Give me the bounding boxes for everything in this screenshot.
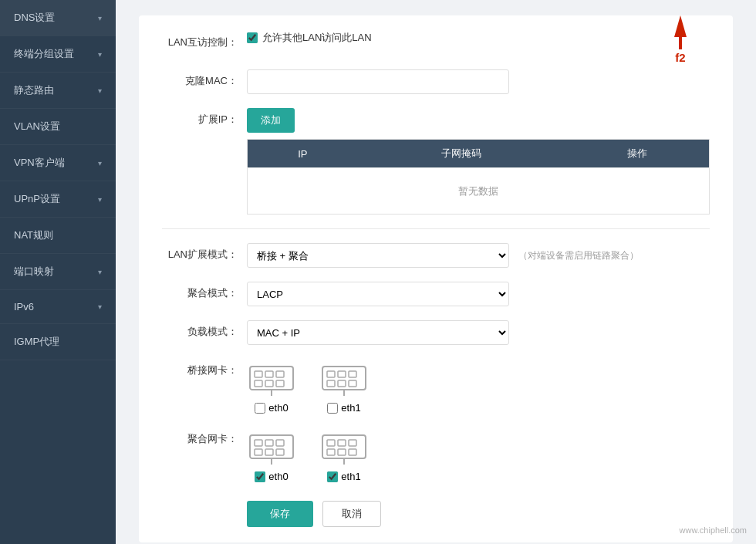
sidebar-item-label: VPN客户端: [14, 156, 65, 170]
chevron-down-icon: ▾: [98, 268, 102, 276]
bridge-nic-eth0-checkbox[interactable]: [255, 403, 265, 414]
bridge-nic-item-eth0: eth0: [247, 359, 296, 414]
ip-table: IP 子网掩码 操作 暂无数据: [247, 139, 710, 215]
section-divider: [162, 228, 710, 229]
svg-rect-26: [338, 440, 346, 446]
svg-rect-29: [338, 449, 346, 455]
annotation: f2: [674, 15, 687, 64]
arrow-shaft: [679, 37, 682, 49]
chevron-down-icon: ▾: [98, 159, 102, 167]
aggregate-nic-eth1-checkbox-row: eth1: [327, 471, 360, 482]
chevron-down-icon: ▾: [98, 86, 102, 95]
sidebar-item-label: IGMP代理: [14, 335, 59, 349]
sidebar-item-dns[interactable]: DNS设置 ▾: [0, 0, 116, 36]
clone-mac-label: 克隆MAC：: [162, 69, 247, 88]
chevron-down-icon: ▾: [98, 195, 102, 204]
sidebar-item-port-mapping[interactable]: 端口映射 ▾: [0, 254, 116, 290]
svg-rect-14: [349, 380, 356, 387]
svg-rect-27: [349, 440, 356, 446]
lan-expand-mode-label: LAN扩展模式：: [162, 243, 247, 262]
sidebar-item-label: DNS设置: [14, 11, 55, 25]
sidebar-item-vpn[interactable]: VPN客户端 ▾: [0, 145, 116, 181]
arrow-up-icon: [674, 15, 687, 37]
bridge-nic-eth0-checkbox-row: eth0: [255, 402, 288, 414]
button-row: 保存 取消: [247, 501, 710, 527]
svg-rect-12: [327, 380, 335, 387]
network-card-icon: [319, 427, 369, 466]
aggregate-mode-select[interactable]: LACP: [247, 282, 509, 306]
svg-rect-1: [255, 371, 262, 377]
svg-rect-30: [349, 449, 356, 455]
chevron-down-icon: ▾: [98, 302, 102, 311]
sidebar: DNS设置 ▾ 终端分组设置 ▾ 静态路由 ▾ VLAN设置 VPN客户端 ▾ …: [0, 0, 116, 544]
bridge-nic-label: 桥接网卡：: [162, 359, 247, 377]
sidebar-item-terminal-group[interactable]: 终端分组设置 ▾: [0, 36, 116, 73]
lan-access-row: LAN互访控制： 允许其他LAN访问此LAN: [162, 31, 710, 56]
watermark: www.chiphell.com: [680, 525, 747, 535]
bridge-nic-control: eth0: [247, 359, 710, 414]
aggregate-nic-control: eth0: [247, 427, 710, 482]
aggregate-mode-control: LACP: [247, 282, 710, 306]
sidebar-item-label: 端口映射: [14, 265, 54, 279]
clone-mac-input[interactable]: [247, 69, 509, 94]
aggregate-nic-eth0-label: eth0: [268, 471, 288, 482]
lan-access-label: LAN互访控制：: [162, 31, 247, 49]
sidebar-item-vlan[interactable]: VLAN设置: [0, 109, 116, 145]
svg-rect-20: [255, 449, 262, 455]
aggregate-nic-eth1-checkbox[interactable]: [327, 471, 338, 482]
lan-expand-hint: （对端设备需启用链路聚合）: [518, 249, 639, 262]
aggregate-mode-row: 聚合模式： LACP: [162, 282, 710, 306]
sidebar-item-label: NAT规则: [14, 228, 53, 242]
network-card-icon: [247, 359, 296, 397]
lan-expand-mode-control: 桥接 + 聚合 （对端设备需启用链路聚合）: [247, 243, 710, 268]
bridge-nic-row: 桥接网卡：: [162, 359, 710, 414]
bridge-nic-eth1-checkbox[interactable]: [327, 403, 338, 414]
svg-rect-4: [255, 380, 262, 387]
aggregate-nic-eth0-checkbox[interactable]: [255, 471, 265, 482]
aggregate-nic-eth0-checkbox-row: eth0: [255, 471, 288, 482]
lan-expand-mode-row: LAN扩展模式： 桥接 + 聚合 （对端设备需启用链路聚合）: [162, 243, 710, 268]
lan-access-checkbox-label[interactable]: 允许其他LAN访问此LAN: [247, 31, 372, 45]
aggregate-nic-grid: eth0: [247, 427, 369, 482]
network-card-icon: [247, 427, 296, 466]
svg-rect-22: [276, 449, 284, 455]
load-mode-select[interactable]: MAC + IP: [247, 320, 509, 345]
svg-rect-2: [265, 371, 273, 377]
svg-rect-5: [265, 380, 273, 387]
load-mode-control: MAC + IP: [247, 320, 710, 345]
bridge-nic-eth1-checkbox-row: eth1: [327, 402, 360, 414]
add-button[interactable]: 添加: [247, 108, 295, 133]
add-btn-row: 添加: [247, 108, 295, 133]
bridge-nic-eth1-label: eth1: [341, 402, 360, 414]
sidebar-item-static-route[interactable]: 静态路由 ▾: [0, 73, 116, 109]
sidebar-item-label: 终端分组设置: [14, 47, 74, 61]
lan-access-checkbox-text: 允许其他LAN访问此LAN: [262, 31, 372, 45]
sidebar-item-igmp[interactable]: IGMP代理: [0, 324, 116, 360]
form-section: f2 LAN互访控制： 允许其他LAN访问此LAN 克隆MAC： 扩展IP：: [139, 15, 733, 542]
no-data-text: 暂无数据: [248, 168, 710, 215]
expand-ip-label: 扩展IP：: [162, 108, 247, 127]
table-header-action: 操作: [565, 140, 709, 168]
cancel-button[interactable]: 取消: [322, 501, 381, 527]
svg-rect-10: [338, 371, 346, 377]
clone-mac-row: 克隆MAC：: [162, 69, 710, 94]
sidebar-item-upnp[interactable]: UPnP设置 ▾: [0, 181, 116, 218]
svg-rect-11: [349, 371, 356, 377]
bridge-nic-item-eth1: eth1: [319, 359, 369, 414]
table-row-empty: 暂无数据: [248, 168, 710, 215]
sidebar-item-ipv6[interactable]: IPv6 ▾: [0, 290, 116, 324]
sidebar-item-nat[interactable]: NAT规则: [0, 218, 116, 254]
svg-rect-25: [327, 440, 335, 446]
sidebar-item-label: VLAN设置: [14, 120, 60, 133]
svg-rect-28: [327, 449, 335, 455]
aggregate-mode-label: 聚合模式：: [162, 282, 247, 300]
lan-expand-mode-select[interactable]: 桥接 + 聚合: [247, 243, 509, 268]
expand-ip-row: 扩展IP： 添加 IP 子网掩码 操作 暂无数据: [162, 108, 710, 215]
clone-mac-control: [247, 69, 710, 94]
expand-ip-control: 添加 IP 子网掩码 操作 暂无数据: [247, 108, 710, 215]
aggregate-nic-eth1-label: eth1: [341, 471, 360, 482]
sidebar-item-label: UPnP设置: [14, 192, 60, 206]
save-button[interactable]: 保存: [247, 501, 313, 527]
svg-rect-17: [255, 440, 262, 446]
lan-access-checkbox[interactable]: [247, 32, 258, 43]
